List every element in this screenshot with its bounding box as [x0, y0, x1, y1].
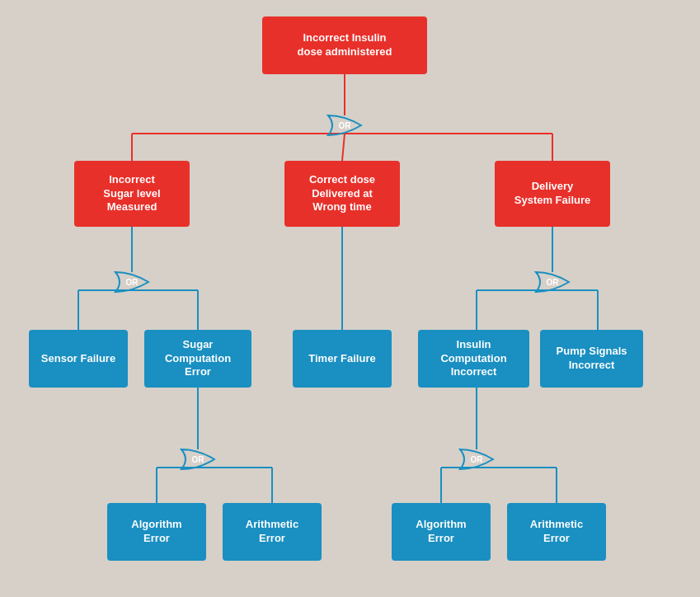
fault-tree-diagram: Incorrect Insulindose administered OR In… [0, 0, 700, 597]
node-insulin-computation: InsulinComputationIncorrect [418, 330, 529, 388]
or-gate-2: OR [114, 270, 150, 294]
node-correct-dose: Correct doseDelivered atWrong time [284, 161, 400, 227]
node-arithmetic-error-2: ArithmeticError [507, 503, 606, 561]
svg-text:OR: OR [339, 121, 352, 130]
node-timer-failure: Timer Failure [293, 330, 392, 388]
node-arithmetic-error-1: ArithmeticError [223, 503, 322, 561]
svg-text:OR: OR [126, 278, 139, 287]
or-gate-1: OR [327, 114, 363, 137]
node-pump-signals: Pump SignalsIncorrect [540, 330, 643, 388]
node-algorithm-error-2: AlgorithmError [392, 503, 491, 561]
node-delivery-failure: DeliverySystem Failure [495, 161, 610, 227]
or-gate-3: OR [534, 270, 571, 294]
or-gate-4: OR [180, 448, 216, 471]
svg-text:OR: OR [547, 278, 560, 287]
svg-text:OR: OR [192, 455, 205, 464]
node-sensor-failure: Sensor Failure [29, 330, 128, 388]
svg-text:OR: OR [471, 455, 484, 464]
node-algorithm-error-1: AlgorithmError [107, 503, 206, 561]
node-sugar-computation: SugarComputationError [144, 330, 251, 388]
svg-line-3 [342, 134, 345, 161]
or-gate-5: OR [458, 448, 495, 471]
node-sugar-level: IncorrectSugar levelMeasured [74, 161, 190, 227]
root-node: Incorrect Insulindose administered [262, 16, 427, 74]
